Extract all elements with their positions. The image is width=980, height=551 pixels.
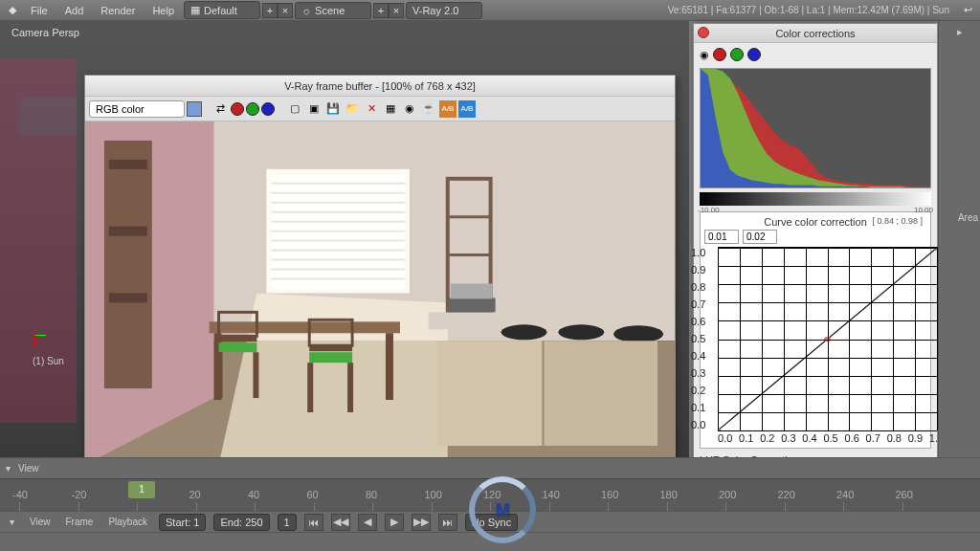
info-icon[interactable]: ▣: [305, 100, 323, 118]
svg-rect-31: [307, 363, 313, 412]
curve-cursor-readout: [ 0.84 ; 0.98 ]: [872, 216, 923, 226]
menu-file[interactable]: File: [23, 3, 56, 18]
cc-channel-selector: ◉: [694, 43, 937, 66]
globe-icon[interactable]: ◉: [700, 49, 709, 61]
color-corrections-window[interactable]: Color corrections ◉ -10.00 10.00 Curve c…: [693, 23, 938, 530]
svg-rect-5: [109, 227, 147, 236]
svg-rect-45: [451, 283, 493, 298]
play-button[interactable]: ▶: [385, 514, 404, 531]
menu-help[interactable]: Help: [145, 3, 182, 18]
cc-red-dot[interactable]: [713, 48, 726, 61]
svg-rect-27: [253, 352, 258, 398]
view-menu[interactable]: View: [26, 515, 55, 529]
channel-dropdown[interactable]: RGB color: [89, 100, 185, 118]
top-menu-bar: ◆ File Add Render Help ▦Default +× ☼Scen…: [0, 0, 980, 21]
red-channel-dot[interactable]: [231, 102, 244, 116]
area-label: Area: [958, 212, 978, 223]
viewport-header: ▾ View: [0, 457, 980, 478]
green-channel-dot[interactable]: [246, 102, 259, 116]
axis-gizmo: [23, 323, 52, 352]
stats-text: Ve:65181 | Fa:61377 | Ob:1-68 | La:1 | M…: [668, 5, 957, 15]
cc-blue-dot[interactable]: [747, 48, 761, 61]
viewport-camera-label: Camera Persp: [11, 27, 79, 38]
watermark-logo: M: [469, 476, 536, 543]
scene-controls: +×: [373, 3, 404, 18]
frame-menu[interactable]: Frame: [62, 515, 98, 529]
remove-scene-button[interactable]: ×: [389, 3, 404, 18]
prev-keyframe-button[interactable]: ◀◀: [331, 514, 350, 531]
vray-frame-buffer-window[interactable]: V-Ray frame buffer - [100% of 768 x 432]…: [84, 75, 676, 482]
remove-layout-button[interactable]: ×: [278, 3, 293, 18]
vfb-title-bar[interactable]: V-Ray frame buffer - [100% of 768 x 432]: [85, 76, 675, 97]
teapot-icon[interactable]: ☕: [420, 100, 437, 118]
layout-controls: +×: [262, 3, 293, 18]
svg-rect-3: [104, 141, 152, 388]
cc-green-dot[interactable]: [730, 48, 744, 61]
view-menu[interactable]: View: [18, 463, 39, 474]
curve-editor[interactable]: [718, 247, 938, 430]
histogram-display: [700, 68, 931, 188]
svg-rect-26: [217, 352, 223, 398]
svg-rect-32: [347, 363, 353, 412]
mono-icon[interactable]: ▢: [286, 100, 303, 118]
jump-end-button[interactable]: ⏭: [438, 514, 457, 531]
compare-a-icon[interactable]: A/B: [439, 100, 457, 118]
vfb-toolbar: RGB color ⇄ ▢ ▣ 💾 📁 ✕ ▦ ◉ ☕ A/B A/B: [85, 97, 675, 121]
current-frame-field[interactable]: 1: [278, 514, 297, 531]
editor-type-icon[interactable]: ▾: [6, 515, 18, 529]
curve-y-axis: 0.00.10.20.30.40.50.60.70.80.91.0: [691, 247, 705, 430]
menu-add[interactable]: Add: [57, 3, 92, 18]
renderer-dropdown[interactable]: V-Ray 2.0: [406, 2, 482, 19]
svg-point-38: [501, 324, 547, 340]
properties-panel[interactable]: ▸ Area: [938, 21, 980, 457]
back-to-previous-icon[interactable]: ↩: [959, 2, 976, 19]
curve-x-axis: 0.00.10.20.30.40.50.60.70.80.91.: [718, 432, 938, 444]
svg-rect-25: [219, 342, 257, 352]
scene-dropdown[interactable]: ☼Scene: [295, 2, 371, 19]
layout-dropdown[interactable]: ▦Default: [184, 1, 260, 19]
add-layout-button[interactable]: +: [262, 3, 278, 18]
channel-dropdown-button[interactable]: [187, 101, 202, 117]
playback-menu[interactable]: Playback: [104, 515, 151, 529]
panel-tab-icon[interactable]: ▸: [939, 21, 980, 42]
svg-rect-6: [109, 293, 147, 302]
cc-title-bar[interactable]: Color corrections: [694, 24, 937, 43]
start-frame-field[interactable]: Start: 1: [159, 514, 206, 531]
compare-b-icon[interactable]: A/B: [458, 100, 476, 118]
menu-render[interactable]: Render: [93, 3, 143, 18]
sun-object-label: (1) Sun: [33, 356, 64, 366]
svg-rect-30: [309, 352, 352, 363]
svg-rect-42: [438, 341, 544, 446]
clear-icon[interactable]: ✕: [363, 100, 380, 118]
curve-inputs: [704, 230, 926, 244]
close-button[interactable]: [698, 27, 709, 38]
svg-rect-4: [109, 160, 147, 169]
save-icon[interactable]: 💾: [324, 100, 342, 118]
editor-type-icon[interactable]: ▾: [6, 463, 11, 474]
svg-rect-44: [448, 298, 496, 312]
blender-icon[interactable]: ◆: [4, 2, 21, 19]
exposure-slider[interactable]: -10.00 10.00: [700, 192, 931, 206]
svg-rect-23: [386, 333, 393, 400]
play-reverse-button[interactable]: ◀: [358, 514, 377, 531]
svg-point-40: [613, 325, 663, 342]
render-output: [85, 121, 675, 466]
end-frame-field[interactable]: End: 250: [213, 514, 269, 531]
next-keyframe-button[interactable]: ▶▶: [412, 514, 431, 531]
tracker-icon[interactable]: ◉: [401, 100, 418, 118]
curve-panel: Curve color correction [ 0.84 ; 0.98 ] 0…: [700, 211, 931, 449]
curve-input-x[interactable]: [704, 230, 739, 244]
playhead[interactable]: 1: [128, 481, 155, 498]
svg-rect-21: [210, 321, 400, 333]
add-scene-button[interactable]: +: [373, 3, 389, 18]
swap-channels-icon[interactable]: ⇄: [212, 100, 229, 118]
curve-title: Curve color correction [ 0.84 ; 0.98 ]: [704, 216, 926, 228]
jump-start-button[interactable]: ⏮: [304, 514, 323, 531]
svg-point-39: [558, 324, 604, 340]
open-icon[interactable]: 📁: [344, 100, 361, 118]
region-icon[interactable]: ▦: [382, 100, 399, 118]
curve-input-y[interactable]: [743, 230, 777, 244]
blue-channel-dot[interactable]: [261, 102, 275, 116]
